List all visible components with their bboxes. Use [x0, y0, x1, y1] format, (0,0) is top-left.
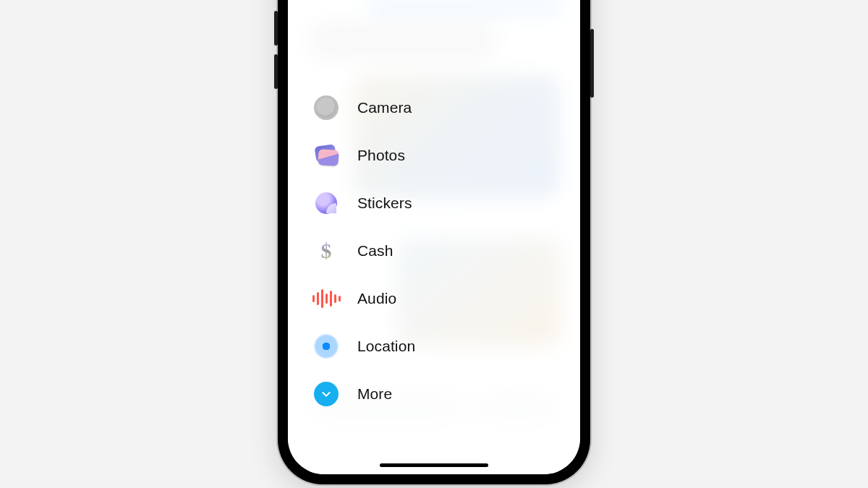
attachment-menu-item-camera[interactable]: Camera: [312, 94, 415, 121]
attachment-menu-label: Audio: [357, 290, 396, 307]
attachment-menu-label: Cash: [357, 242, 393, 260]
attachment-menu: Camera Photos Stickers: [312, 94, 415, 408]
more-icon: [312, 380, 340, 408]
phone-volume-down: [274, 54, 278, 89]
attachment-menu-item-audio[interactable]: Audio: [312, 285, 415, 312]
attachment-menu-label: Camera: [357, 99, 412, 116]
phone-frame: Camera Photos Stickers: [278, 0, 590, 484]
attachment-menu-label: Stickers: [357, 194, 412, 212]
cash-icon: $: [312, 237, 340, 265]
stickers-icon: [312, 189, 340, 217]
attachment-menu-sheet: Camera Photos Stickers: [288, 0, 580, 474]
location-icon: [312, 333, 340, 360]
camera-icon: [312, 94, 340, 121]
attachment-menu-item-stickers[interactable]: Stickers: [312, 189, 415, 217]
attachment-menu-item-photos[interactable]: Photos: [312, 142, 415, 169]
attachment-menu-item-location[interactable]: Location: [312, 333, 415, 360]
attachment-menu-item-cash[interactable]: $ Cash: [312, 237, 415, 265]
phone-side-button: [590, 29, 594, 98]
phone-screen: Camera Photos Stickers: [288, 0, 580, 474]
audio-icon: [312, 285, 340, 312]
attachment-menu-label: More: [357, 385, 392, 403]
stage: Camera Photos Stickers: [0, 0, 868, 488]
phone-volume-up: [274, 11, 278, 46]
attachment-menu-label: Photos: [357, 147, 405, 164]
attachment-menu-label: Location: [357, 338, 415, 355]
photos-icon: [312, 142, 340, 169]
home-indicator[interactable]: [380, 463, 488, 467]
attachment-menu-item-more[interactable]: More: [312, 380, 415, 408]
